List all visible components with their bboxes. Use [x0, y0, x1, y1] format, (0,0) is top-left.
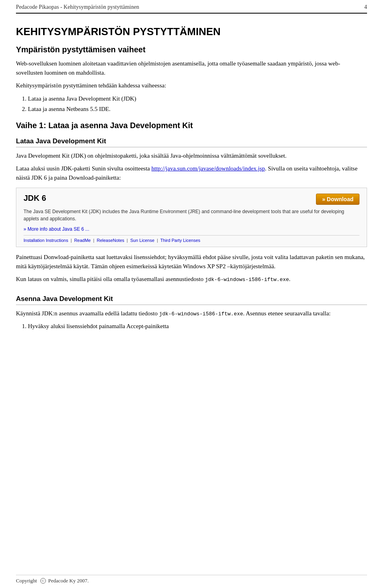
asenna-para: Käynnistä JDK:n asennus avaamalla edellä… [16, 309, 367, 318]
lataa-link[interactable]: http://java.sun.com/javase/downloads/ind… [152, 165, 265, 172]
lataa-section-heading: Lataa Java Development Kit [16, 137, 367, 147]
jdk-more-info[interactable]: » More info about Java SE 6 ... [24, 226, 359, 232]
vaihe1-heading: Vaihe 1: Lataa ja asenna Java Developmen… [16, 121, 367, 130]
lataa-para1: Java Development Kit (JDK) on ohjelmisto… [16, 151, 367, 160]
asenna-steps-list: Hyväksy aluksi lisenssiehdot painamalla … [28, 322, 367, 331]
jdk-description: The Java SE Development Kit (JDK) includ… [24, 208, 359, 222]
jdk-link-releasenotes[interactable]: ReleaseNotes [97, 238, 124, 243]
lataus-valmis-code: jdk-6-windows-i586-iftw.exe [205, 277, 289, 283]
asenna-section-heading: Asenna Java Development Kit [16, 295, 367, 305]
page-header: Pedacode Pikaopas - Kehitysympäristön py… [16, 0, 367, 14]
lataa-para2: Lataa aluksi uusin JDK-paketti Sunin siv… [16, 164, 367, 182]
copyright-label: Copyright [16, 578, 37, 584]
jdk-link-installation[interactable]: Installation Instructions [24, 238, 68, 243]
jdk-link-readme[interactable]: ReadMe [74, 238, 91, 243]
header-page-number: 4 [364, 4, 367, 10]
jdk-link-thirdparty[interactable]: Third Party Licenses [160, 238, 200, 243]
jdk-screenshot-box: JDK 6 » Download The Java SE Development… [16, 188, 367, 247]
page-container: Pedacode Pikaopas - Kehitysympäristön py… [0, 0, 383, 359]
jdk-links: Installation Instructions | ReadMe | Rel… [24, 235, 359, 243]
list-item: Lataa ja asenna Java Development Kit (JD… [28, 94, 367, 103]
steps-intro: Kehitysympäristön pystyttäminen tehdään … [16, 81, 367, 90]
sub-heading: Ympäristön pystyttämisen vaiheet [16, 45, 367, 54]
jdk-box-header: JDK 6 » Download [24, 194, 359, 205]
jdk-title: JDK 6 [24, 194, 46, 203]
intro-paragraph: Web-sovelluksen luominen aloitetaan vaad… [16, 59, 367, 77]
painettuasi-para: Painettuasi Donwload-painiketta saat lue… [16, 253, 367, 271]
list-item: Hyväksy aluksi lisenssiehdot painamalla … [28, 322, 367, 331]
list-item: Lataa ja asenna Netbeans 5.5 IDE. [28, 105, 367, 114]
download-button[interactable]: » Download [316, 194, 359, 205]
jdk-link-sunlicense[interactable]: Sun License [130, 238, 155, 243]
lataus-valmis-para: Kun lataus on valmis, sinulla pitäisi ol… [16, 275, 367, 284]
page-footer: Copyright © Pedacode Ky 2007. [16, 575, 367, 584]
copyright-symbol: © [40, 578, 46, 584]
asenna-code1: jdk-6-windows-i586-iftw.exe [159, 311, 243, 317]
header-title: Pedacode Pikaopas - Kehitysympäristön py… [16, 4, 139, 10]
company-name: Pedacode Ky 2007. [48, 578, 89, 584]
steps-list: Lataa ja asenna Java Development Kit (JD… [28, 94, 367, 114]
main-heading: KEHITYSYMPÄRISTÖN PYSTYTTÄMINEN [16, 26, 367, 38]
